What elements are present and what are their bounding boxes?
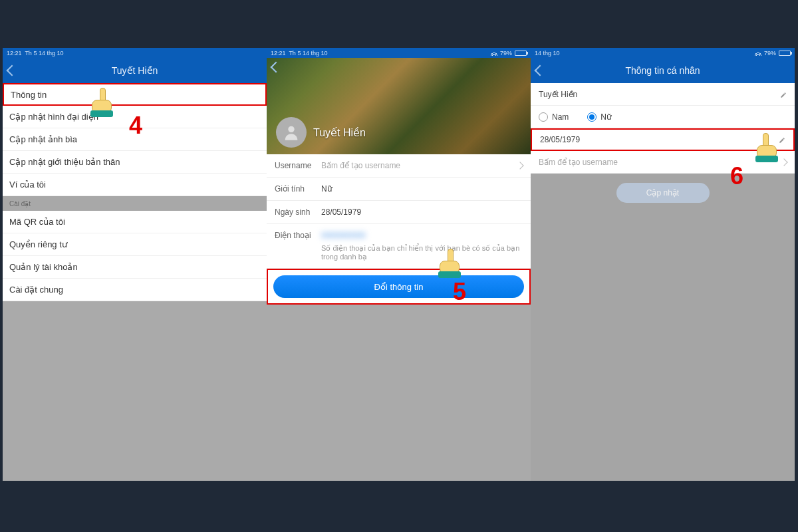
menu-qr[interactable]: Mã QR của tôi	[3, 211, 267, 233]
back-icon[interactable]	[271, 62, 282, 73]
battery-icon	[779, 51, 791, 56]
page-title: Tuyết Hiền	[112, 65, 158, 76]
page-title: Thông tin cá nhân	[625, 65, 700, 76]
panel-settings-menu: 12:21 Th 5 14 thg 10 Tuyết Hiền Thông ti…	[3, 48, 267, 481]
edit-info-button[interactable]: Đổi thông tin	[273, 275, 524, 298]
pointer-icon	[436, 249, 465, 278]
phone-blurred: 0000000000	[321, 231, 523, 240]
callout-number: 5	[453, 278, 466, 306]
callout-number: 4	[129, 112, 142, 140]
back-icon[interactable]	[7, 65, 18, 76]
menu-privacy[interactable]: Quyền riêng tư	[3, 233, 267, 256]
row-username[interactable]: Username Bấm để tạo username	[267, 154, 531, 178]
wifi-icon	[491, 51, 497, 56]
row-gender: Giới tính Nữ	[267, 178, 531, 201]
row-dob: Ngày sinh 28/05/1979	[267, 201, 531, 224]
callout-number: 6	[730, 162, 743, 190]
pencil-icon	[780, 91, 787, 98]
panel-profile-info: 12:21 Th 5 14 thg 10 79% Tuyết Hiền User…	[267, 48, 531, 481]
section-settings: Cài đặt	[3, 196, 267, 211]
avatar[interactable]	[276, 117, 307, 148]
wifi-icon	[755, 51, 761, 56]
radio-male[interactable]	[539, 112, 548, 122]
back-icon[interactable]	[535, 65, 546, 76]
svg-point-0	[288, 126, 294, 132]
row-phone: Điện thoại 0000000000 Số điện thoại của …	[267, 224, 531, 269]
navbar: Thông tin cá nhân	[531, 58, 795, 83]
edit-info-wrap: Đổi thông tin	[267, 269, 531, 305]
display-name: Tuyết Hiền	[313, 126, 366, 139]
battery-icon	[515, 51, 527, 56]
chevron-right-icon	[516, 162, 523, 169]
menu-thong-tin[interactable]: Thông tin	[3, 83, 267, 106]
pointer-icon	[88, 88, 117, 117]
status-bar: 12:21 Th 5 14 thg 10 79%	[267, 48, 531, 58]
navbar: Tuyết Hiền	[3, 58, 267, 83]
menu-wallet[interactable]: Ví của tôi	[3, 174, 267, 196]
status-bar: 14 thg 10 79%	[531, 48, 795, 58]
status-bar: 12:21 Th 5 14 thg 10	[3, 48, 267, 58]
panel-edit-profile: 14 thg 10 79% Thông tin cá nhân Tuyết Hi…	[531, 48, 795, 481]
radio-female[interactable]	[587, 112, 597, 122]
edit-name-row[interactable]: Tuyết Hiền	[531, 83, 795, 106]
edit-gender-row[interactable]: Nam Nữ	[531, 106, 795, 128]
menu-account[interactable]: Quản lý tài khoản	[3, 256, 267, 279]
update-button[interactable]: Cập nhật	[616, 183, 710, 203]
chevron-right-icon	[780, 158, 787, 166]
menu-bio[interactable]: Cập nhật giới thiệu bản thân	[3, 151, 267, 174]
menu-general[interactable]: Cài đặt chung	[3, 279, 267, 301]
pointer-icon	[751, 133, 781, 162]
cover-photo: Tuyết Hiền	[267, 58, 531, 154]
